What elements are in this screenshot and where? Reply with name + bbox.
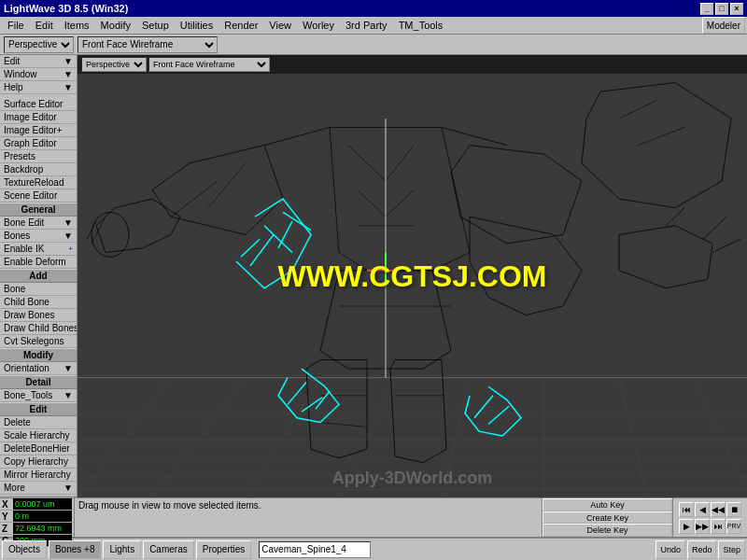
coordinates-panel: X 0.0007 um Y 0 m Z 72.6943 mm G 200 mm [0, 498, 75, 537]
modeler-button[interactable]: Modeler [702, 17, 745, 34]
window-menu-btn[interactable]: Window▼ [0, 68, 77, 81]
key-controls: Auto Key Create Key Delete Key [542, 498, 672, 537]
tab-objects[interactable]: Objects [2, 540, 47, 559]
bone-tools-btn[interactable]: Bone_Tools▼ [0, 389, 77, 402]
graph-editor-btn[interactable]: Graph Editor [0, 137, 77, 150]
viewport[interactable]: Perspective Front Face Wireframe [78, 55, 747, 497]
redo-btn[interactable]: Redo [687, 540, 717, 559]
menu-view[interactable]: View [263, 18, 297, 33]
image-editor-plus-btn[interactable]: Image Editor+ [0, 124, 77, 137]
vp-mode-select[interactable]: Front Face Wireframe [148, 57, 270, 72]
play-fast-btn[interactable]: ▶▶ [695, 519, 710, 534]
detail-header: Detail [0, 375, 77, 389]
last-frame-btn[interactable]: ⏭ [711, 519, 726, 534]
play-reverse-btn[interactable]: ◀◀ [711, 502, 726, 517]
x-label: X [2, 499, 13, 510]
texture-reload-btn[interactable]: TextureReload [0, 176, 77, 189]
delete-key-btn[interactable]: Delete Key [543, 524, 672, 537]
scale-hierarchy-btn[interactable]: Scale Hierarchy [0, 429, 77, 442]
help-menu-btn[interactable]: Help▼ [0, 81, 77, 94]
menu-modify[interactable]: Modify [95, 18, 136, 33]
y-label: Y [2, 511, 13, 522]
menu-edit[interactable]: Edit [30, 18, 59, 33]
x-value: 0.0007 um [13, 498, 72, 510]
tab-bones[interactable]: Bones +8 [49, 540, 102, 559]
bottombar: Objects Bones +8 Lights Cameras Properti… [0, 537, 747, 560]
surface-editor-btn[interactable]: Surface Editor [0, 98, 77, 111]
first-frame-btn[interactable]: ⏮ [679, 502, 694, 517]
undo-redo-group: Undo Redo Step [655, 540, 745, 559]
preview-btn[interactable]: PRV [726, 519, 741, 534]
titlebar: LightWave 3D 8.5 (Win32) _ □ × [0, 0, 747, 17]
general-header: General [0, 203, 77, 217]
prev-frame-btn[interactable]: ◀ [695, 502, 710, 517]
menu-setup[interactable]: Setup [136, 18, 175, 33]
bone-edit-btn[interactable]: Bone Edit▼ [0, 217, 77, 230]
toolbar: Perspective Top Front Side Front Face Wi… [0, 35, 747, 55]
z-value: 72.6943 mm [13, 523, 72, 534]
menu-utilities[interactable]: Utilities [175, 18, 218, 33]
motions-header: Motions [0, 495, 77, 497]
edit-menu-btn[interactable]: Edit▼ [0, 55, 77, 68]
z-label: Z [2, 524, 13, 534]
viewport-topbar: Perspective Front Face Wireframe [78, 55, 747, 74]
vp-view-select[interactable]: Perspective [81, 57, 147, 72]
scene-editor-btn[interactable]: Scene Editor [0, 189, 77, 203]
edit-header2: Edit [0, 402, 77, 416]
y-value: 0 m [13, 511, 72, 522]
view-mode-select[interactable]: Front Face Wireframe Wireframe Solid Tex… [78, 36, 218, 53]
step-btn[interactable]: Step [718, 540, 745, 559]
mirror-hierarchy-btn[interactable]: Mirror Hierarchy [0, 469, 77, 482]
delete-btn[interactable]: Delete [0, 416, 77, 429]
title-text: LightWave 3D 8.5 (Win32) [4, 3, 128, 14]
play-btn[interactable]: ▶ [679, 519, 694, 534]
statusbar: X 0.0007 um Y 0 m Z 72.6943 mm G 200 mm … [0, 497, 747, 537]
draw-child-bones-btn[interactable]: Draw Child Bones [0, 322, 77, 335]
maximize-btn[interactable]: □ [715, 3, 728, 15]
menu-3rdparty[interactable]: 3rd Party [340, 18, 393, 33]
create-key-btn[interactable]: Create Key [543, 511, 672, 525]
left-panel: Edit▼ Window▼ Help▼ Surface Editor Image… [0, 55, 78, 497]
add-header: Add [0, 269, 77, 283]
status-message: Drag mouse in view to move selected item… [75, 498, 542, 537]
menu-tmtools[interactable]: TM_Tools [393, 18, 449, 33]
view-select[interactable]: Perspective Top Front Side [4, 36, 74, 53]
enable-deform-btn[interactable]: Enable Deform [0, 256, 77, 269]
tab-properties[interactable]: Properties [196, 540, 252, 559]
titlebar-controls: _ □ × [700, 3, 743, 15]
enable-ik-btn[interactable]: Enable IK+ [0, 243, 77, 256]
presets-btn[interactable]: Presets [0, 150, 77, 163]
svg-rect-0 [78, 74, 747, 497]
tab-cameras[interactable]: Cameras [143, 540, 194, 559]
draw-bones-btn[interactable]: Draw Bones [0, 309, 77, 322]
orientation-btn[interactable]: Orientation▼ [0, 362, 77, 375]
bones-btn[interactable]: Bones▼ [0, 230, 77, 243]
stop-btn[interactable]: ⏹ [726, 502, 741, 517]
modify-header: Modify [0, 348, 77, 362]
menu-render[interactable]: Render [218, 18, 263, 33]
menu-items[interactable]: Items [59, 18, 95, 33]
delete-bone-hier-btn[interactable]: DeleteBoneHier [0, 442, 77, 455]
backdrop-btn[interactable]: Backdrop [0, 163, 77, 176]
minimize-btn[interactable]: _ [700, 3, 713, 15]
menu-worley[interactable]: Worley [297, 18, 340, 33]
more-btn[interactable]: More▼ [0, 482, 77, 495]
undo-btn[interactable]: Undo [655, 540, 685, 559]
item-name-input[interactable] [259, 541, 371, 558]
menu-file[interactable]: File [2, 18, 30, 33]
bone-add-btn[interactable]: Bone [0, 283, 77, 296]
copy-hierarchy-btn[interactable]: Copy Hierarchy [0, 455, 77, 469]
close-btn[interactable]: × [730, 3, 743, 15]
auto-key-btn[interactable]: Auto Key [543, 498, 672, 511]
menubar: File Edit Items Modify Setup Utilities R… [0, 17, 747, 35]
image-editor-btn[interactable]: Image Editor [0, 111, 77, 124]
cvt-skelegons-btn[interactable]: Cvt Skelegons [0, 335, 77, 348]
child-bone-btn[interactable]: Child Bone [0, 296, 77, 309]
tab-lights[interactable]: Lights [103, 540, 141, 559]
